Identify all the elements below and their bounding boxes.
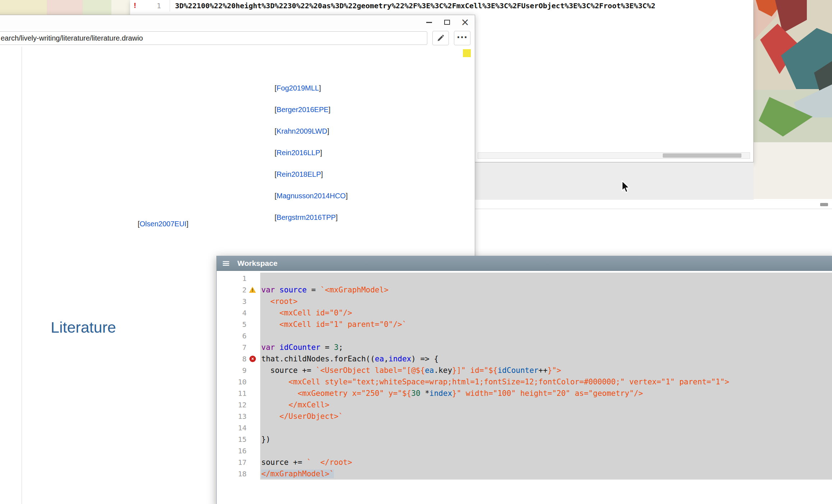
code-line[interactable]: 12 </mxCell>	[217, 399, 832, 411]
line-number: 17	[217, 457, 260, 468]
code-line[interactable]: 16	[217, 445, 832, 457]
citation-item[interactable]: [Berger2016EPE]	[275, 106, 348, 127]
citation-link[interactable]: Olsen2007EUI	[140, 220, 187, 228]
code-text: source += `<UserObject label="[@${ea.key…	[260, 365, 832, 376]
bracket: ]	[321, 170, 323, 178]
pattern-shape	[754, 142, 832, 199]
code-text: <mxGeometry x="250" y="${30 *index}" wid…	[260, 388, 832, 399]
line-number: 7	[217, 342, 260, 353]
code-text: <root>	[260, 296, 832, 307]
line-number: 13	[217, 411, 260, 422]
window-edge-line	[475, 209, 832, 209]
maximize-icon	[444, 20, 450, 25]
code-text: var source = `<mxGraphModel>	[260, 284, 832, 296]
citation-item[interactable]: [Krahn2009LWD]	[275, 127, 348, 149]
citation-item[interactable]: [Fog2019MLL]	[275, 84, 348, 106]
bracket: ]	[319, 84, 321, 92]
code-text: <mxCell id="0"/>	[260, 307, 832, 319]
more-icon: ···	[457, 32, 468, 42]
wallpaper-pattern	[754, 0, 832, 199]
line-number: 12	[217, 399, 260, 411]
citation-olsen[interactable]: [Olsen2007EUI]	[138, 220, 188, 228]
encoded-code-line[interactable]: ! 1 3D%22100%22%20height%3D%2230%22%20as…	[130, 0, 753, 12]
code-line[interactable]: 14	[217, 422, 832, 434]
code-line[interactable]: 4 <mxCell id="0"/>	[217, 307, 832, 319]
edit-button[interactable]	[432, 31, 449, 45]
window-titlebar[interactable]: ×	[0, 15, 475, 29]
citation-link[interactable]: Bergstrm2016TPP	[277, 213, 336, 221]
diagram-heading: Literature	[51, 319, 116, 336]
code-text: })	[260, 434, 832, 445]
citation-item[interactable]: [Rein2018ELP]	[275, 170, 348, 192]
line-number: 2!	[217, 284, 260, 296]
mouse-cursor	[621, 180, 633, 193]
code-line[interactable]: 13 </UserObject>`	[217, 411, 832, 422]
code-line[interactable]: 17source += ` </root>	[217, 457, 832, 468]
code-line[interactable]: 11 <mxGeometry x="250" y="${30 *index}" …	[217, 388, 832, 399]
warning-icon: !	[249, 287, 256, 293]
code-line[interactable]: 2!var source = `<mxGraphModel>	[217, 284, 832, 296]
bracket: ]	[346, 192, 348, 200]
code-line[interactable]: 18</mxGraphModel>`	[217, 468, 832, 480]
close-button[interactable]: ×	[461, 18, 469, 27]
bracket: ]	[320, 149, 322, 157]
bracket: ]	[187, 220, 189, 228]
code-text: <mxCell style="text;whiteSpace=wrap;html…	[260, 376, 832, 388]
canvas-edge-line	[22, 47, 22, 504]
citation-link[interactable]: Rein2016LLP	[277, 149, 320, 157]
code-text: source += ` </root>	[260, 457, 832, 468]
error-icon: ×	[249, 356, 256, 362]
code-line[interactable]: 5 <mxCell id="1" parent="0"/>`	[217, 319, 832, 330]
code-line[interactable]: 6	[217, 330, 832, 342]
citation-item[interactable]: [Magnusson2014HCO]	[275, 192, 348, 213]
workspace-titlebar[interactable]: ≡ Workspace	[217, 256, 832, 271]
code-line[interactable]: 8×that.childNodes.forEach((ea,index) => …	[217, 353, 832, 365]
line-number: 14	[217, 422, 260, 434]
code-text: <mxCell id="1" parent="0"/>`	[260, 319, 832, 330]
code-editor[interactable]: 12!var source = `<mxGraphModel>3 <root>4…	[217, 271, 832, 504]
selection-marker	[463, 49, 471, 57]
bracket: ]	[328, 106, 331, 114]
code-line[interactable]: 1	[217, 273, 832, 284]
pastel-block	[47, 0, 83, 15]
editor-rows: 12!var source = `<mxGraphModel>3 <root>4…	[217, 271, 832, 480]
citation-link[interactable]: Krahn2009LWD	[277, 127, 327, 135]
maximize-button[interactable]	[443, 18, 451, 27]
close-icon: ×	[461, 18, 469, 26]
workspace-window: ≡ Workspace 12!var source = `<mxGraphMod…	[216, 256, 832, 504]
code-line[interactable]: 10 <mxCell style="text;whiteSpace=wrap;h…	[217, 376, 832, 388]
code-text: </mxGraphModel>`	[260, 468, 832, 480]
pencil-icon	[437, 34, 445, 42]
code-line[interactable]: 3 <root>	[217, 296, 832, 307]
citation-item[interactable]: [Rein2016LLP]	[275, 149, 348, 170]
citation-link[interactable]: Fog2019MLL	[277, 84, 319, 92]
citation-link[interactable]: Berger2016EPE	[277, 106, 329, 114]
code-text	[260, 273, 832, 284]
desktop: ! 1 3D%22100%22%20height%3D%2230%22%20as…	[0, 0, 832, 504]
code-line[interactable]: 7var idCounter = 3;	[217, 342, 832, 353]
line-number: 4	[217, 307, 260, 319]
bracket: ]	[336, 213, 338, 221]
code-line[interactable]: 15})	[217, 434, 832, 445]
background-pattern-topleft	[0, 0, 130, 15]
line-number: 1	[217, 273, 260, 284]
window-resize-handle[interactable]	[820, 203, 828, 206]
horizontal-scrollbar[interactable]	[478, 152, 750, 159]
line-number: 11	[217, 388, 260, 399]
scrollbar-thumb[interactable]	[663, 153, 741, 158]
minimize-button[interactable]	[425, 18, 433, 27]
more-button[interactable]: ···	[454, 31, 470, 45]
code-text	[260, 445, 832, 457]
lint-error-icon: !	[134, 1, 136, 10]
menu-icon[interactable]: ≡	[222, 258, 230, 268]
file-path-input[interactable]	[0, 31, 427, 45]
pastel-block	[83, 0, 111, 15]
code-text: var idCounter = 3;	[260, 342, 832, 353]
minimize-icon	[426, 22, 432, 23]
code-text	[260, 330, 832, 342]
citation-item[interactable]: [Bergstrm2016TPP]	[275, 213, 348, 235]
code-line[interactable]: 9 source += `<UserObject label="[@${ea.k…	[217, 365, 832, 376]
citation-link[interactable]: Rein2018ELP	[277, 170, 321, 178]
line-number: 9	[217, 365, 260, 376]
citation-link[interactable]: Magnusson2014HCO	[277, 192, 346, 200]
